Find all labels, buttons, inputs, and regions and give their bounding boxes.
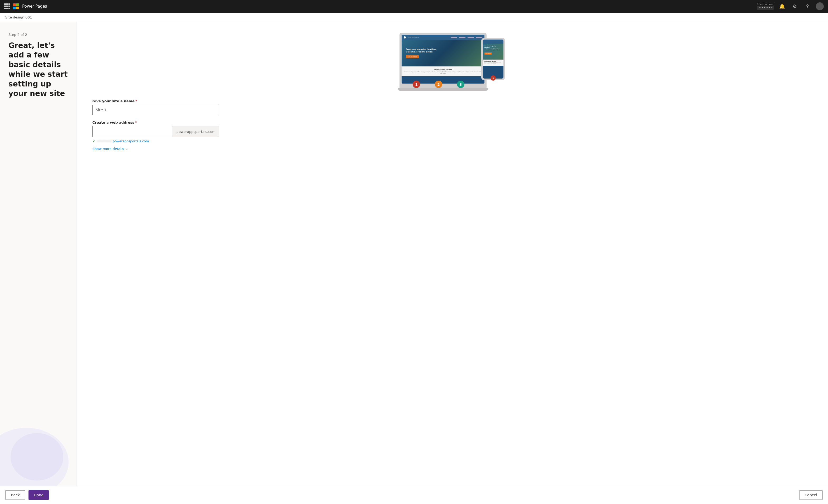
step-bubble-2: 2 [435,81,442,88]
required-star-name: * [135,99,137,103]
step-bubble-3: 3 [457,81,464,88]
validation-blurred-text: •••••••• [97,139,112,143]
breadcrumb: Site design 001 [0,13,828,22]
show-more-row[interactable]: Show more details ⌄ [92,147,219,151]
screen-nav [451,37,482,38]
phone-header [483,40,503,44]
intro-text: Create a short paragraph that shows your… [404,71,482,74]
preview-area: Company name Create an engaging headline… [92,33,812,91]
waffle-menu[interactable] [4,3,10,9]
web-address-label: Create a web address * [92,121,219,125]
intro-title: Introduction section [404,68,482,71]
app-name: Power Pages [22,4,47,9]
site-name-label: Give your site a name * [92,99,219,103]
phone-hero-text: Create an engaging headline,welcome, or … [485,45,502,50]
web-address-suffix: .powerappsportals.com [172,126,219,137]
environment-block: Environment •••••••• [757,3,774,10]
site-name-field-group: Give your site a name * [92,99,219,115]
phone-intro-text: Create a short paragraph that shows your… [484,62,502,64]
hero-btn: Call to action [406,55,419,58]
back-button[interactable]: Back [5,490,25,500]
left-panel: Step 2 of 2 Great, let's add a few basic… [0,22,77,486]
notifications-button[interactable]: 🔔 [778,2,786,10]
top-navigation: Power Pages Environment •••••••• 🔔 ⚙ ? [0,0,828,13]
phone-mockup: Create an engaging headline,welcome, or … [481,38,505,80]
step-heading: Great, let's add a few basic details whi… [8,41,68,98]
step-bubble-1: 1 [413,81,420,88]
web-address-row: .powerappsportals.com [92,126,219,137]
help-button[interactable]: ? [803,2,812,10]
breadcrumb-text: Site design 001 [5,15,32,19]
screen-logo [404,36,406,39]
web-address-field-group: Create a web address * .powerappsportals… [92,121,219,151]
done-button[interactable]: Done [29,490,49,500]
settings-button[interactable]: ⚙ [790,2,799,10]
chevron-down-icon: ⌄ [126,147,128,150]
step-bubbles: 1 2 3 [413,81,464,88]
microsoft-logo [13,3,19,9]
device-mockup: Company name Create an engaging headline… [400,33,505,91]
form-section: Give your site a name * Create a web add… [92,99,219,151]
cancel-button[interactable]: Cancel [799,490,823,500]
avatar[interactable] [816,2,824,10]
phone-screen: Create an engaging headline,welcome, or … [483,40,503,79]
nav-right-area: Environment •••••••• 🔔 ⚙ ? [757,2,824,10]
environment-name: •••••••• [757,6,774,10]
validation-check-icon: ✓ [92,139,95,143]
web-address-input[interactable] [93,126,172,137]
hero-text: Create an engaging headline,welcome, or … [406,48,437,53]
bg-shape-2 [10,433,63,480]
bottom-bar: Back Done Cancel [0,486,828,504]
screen-header: Company name [402,35,485,40]
validation-row: ✓ ••••••••.powerappsportals.com [92,139,219,143]
site-name-input[interactable] [92,105,219,115]
validation-link[interactable]: ••••••••.powerappsportals.com [97,139,149,143]
environment-label: Environment [757,3,774,6]
laptop-intro: Introduction section Create a short para… [402,66,485,76]
show-more-text: Show more details [92,147,124,151]
phone-hero-btn: Call to action [485,52,492,55]
required-star-address: * [135,121,137,125]
laptop-base [398,88,488,91]
phone-intro-title: Introduction section [484,61,502,62]
laptop-screen: Company name Create an engaging headline… [402,35,485,84]
phone-step-bubble: 1 [491,76,496,81]
phone-intro: Introduction section Create a short para… [483,59,503,65]
step-label: Step 2 of 2 [8,33,68,37]
laptop-mockup: Company name Create an engaging headline… [400,33,487,88]
laptop-hero: Create an engaging headline,welcome, or … [402,40,485,66]
right-content: Company name Create an engaging headline… [77,22,828,486]
main-layout: Step 2 of 2 Great, let's add a few basic… [0,22,828,486]
phone-hero: Create an engaging headline,welcome, or … [483,44,503,59]
